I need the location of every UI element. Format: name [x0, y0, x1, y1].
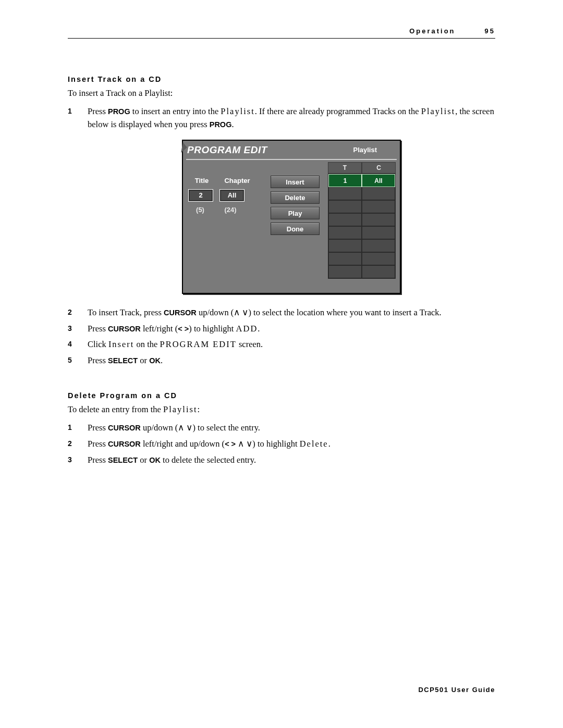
- chapter-total: (24): [218, 205, 242, 215]
- section1-intro: To insert a Track on a Playlist:: [68, 88, 495, 99]
- screen-body: Title Chapter 2 All (5) (24): [183, 160, 400, 283]
- label-title: Title: [188, 176, 215, 186]
- button-pane: Insert Delete Play Done: [271, 162, 320, 279]
- program-edit-screen: PROGRAM EDIT Playlist Title Chapter 2: [182, 140, 401, 294]
- step: Press SELECT or OK to delete the selecte…: [68, 454, 495, 467]
- grid-row[interactable]: [328, 252, 395, 265]
- step: Press PROG to insert an entry into the P…: [68, 105, 495, 294]
- column-labels: Title Chapter: [188, 176, 262, 186]
- grid-head: T C: [328, 162, 396, 174]
- step: Press SELECT or OK.: [68, 354, 495, 367]
- grid-row[interactable]: [328, 187, 395, 200]
- grid-row[interactable]: [328, 200, 395, 213]
- grid-row[interactable]: [328, 265, 395, 278]
- step: Press CURSOR left/right and up/down (< >…: [68, 438, 495, 451]
- section2-steps: Press CURSOR up/down (∧ ∨) to select the…: [68, 422, 495, 466]
- step: Press CURSOR left/right (< >) to highlig…: [68, 323, 495, 336]
- screen-title: PROGRAM EDIT: [187, 143, 267, 158]
- page-header: Operation 95: [68, 0, 495, 39]
- section1-steps: Press PROG to insert an entry into the P…: [68, 105, 495, 367]
- step: Click Insert on the PROGRAM EDIT screen.: [68, 338, 495, 351]
- playlist-grid: T C 1 All: [328, 162, 396, 279]
- label-chapter: Chapter: [222, 176, 253, 186]
- header-page-number: 95: [485, 27, 495, 35]
- section2-intro: To delete an entry from the Playlist:: [68, 404, 495, 415]
- done-button[interactable]: Done: [271, 223, 320, 235]
- grid-row[interactable]: [328, 213, 395, 226]
- play-button[interactable]: Play: [271, 207, 320, 219]
- grid-head-t: T: [328, 162, 362, 174]
- delete-button[interactable]: Delete: [271, 191, 320, 204]
- value-row: 2 All: [188, 189, 262, 202]
- grid-row[interactable]: 1 All: [328, 174, 395, 187]
- playlist-label: Playlist: [353, 145, 396, 155]
- section2-heading: Delete Program on a CD: [68, 391, 495, 400]
- grid-row[interactable]: [328, 226, 395, 239]
- screen-titlebar: PROGRAM EDIT Playlist: [183, 141, 400, 158]
- header-section: Operation: [409, 27, 455, 35]
- title-total: (5): [188, 205, 212, 215]
- section1-heading: Insert Track on a CD: [68, 75, 495, 83]
- insert-button[interactable]: Insert: [271, 176, 320, 188]
- grid-body: 1 All: [328, 174, 396, 279]
- grid-head-c: C: [362, 162, 396, 174]
- title-field[interactable]: 2: [188, 189, 213, 202]
- page-footer: DCP501 User Guide: [418, 686, 495, 694]
- step: Press CURSOR up/down (∧ ∨) to select the…: [68, 422, 495, 435]
- step: To insert Track, press CURSOR up/down (∧…: [68, 306, 495, 319]
- chapter-field[interactable]: All: [219, 189, 244, 202]
- left-pane: Title Chapter 2 All (5) (24): [188, 162, 262, 279]
- grid-row[interactable]: [328, 239, 395, 252]
- program-edit-screenshot: PROGRAM EDIT Playlist Title Chapter 2: [88, 140, 495, 294]
- totals-row: (5) (24): [188, 205, 262, 215]
